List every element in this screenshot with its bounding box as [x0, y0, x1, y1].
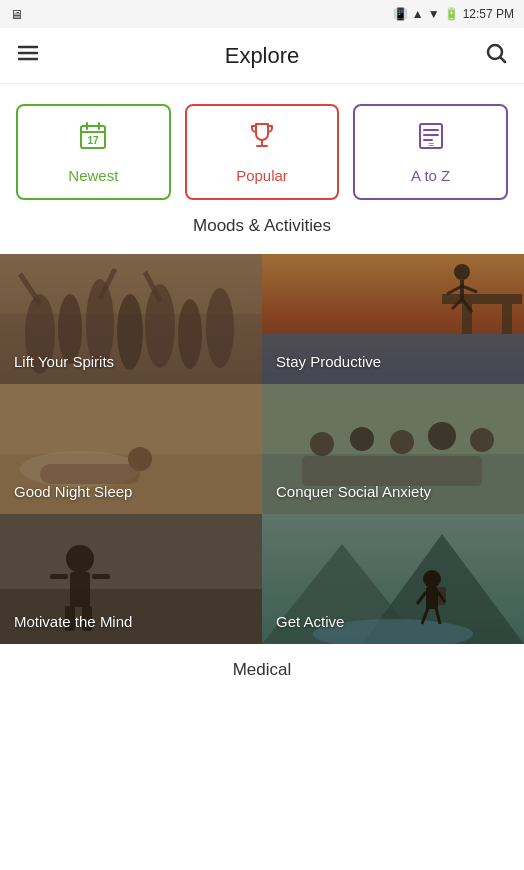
notification-icon: 🖥 [10, 7, 23, 22]
filter-atoz-button[interactable]: ☰ A to Z [353, 104, 508, 200]
lift-spirits-label: Lift Your Spirits [14, 353, 114, 370]
trophy-icon [246, 120, 278, 159]
grid-item-conquer-social[interactable]: Conquer Social Anxiety [262, 384, 524, 514]
search-button[interactable] [484, 41, 508, 71]
wifi-icon: ▼ [428, 7, 440, 21]
newest-label: Newest [68, 167, 118, 184]
moods-section-title: Moods & Activities [0, 216, 524, 236]
stay-productive-label: Stay Productive [276, 353, 381, 370]
medical-title: Medical [0, 660, 524, 680]
svg-text:☰: ☰ [428, 142, 434, 149]
atoz-label: A to Z [411, 167, 450, 184]
menu-button[interactable] [16, 41, 40, 71]
status-bar-left: 🖥 [10, 7, 23, 22]
app-header: Explore [0, 28, 524, 84]
conquer-social-label: Conquer Social Anxiety [276, 483, 431, 500]
grid-item-lift-spirits[interactable]: Lift Your Spirits [0, 254, 262, 384]
grid-item-stay-productive[interactable]: Stay Productive [262, 254, 524, 384]
filter-section: 17 Newest Popular ☰ A to Z [0, 84, 524, 216]
motivate-mind-label: Motivate the Mind [14, 613, 132, 630]
good-night-sleep-label: Good Night Sleep [14, 483, 132, 500]
popular-label: Popular [236, 167, 288, 184]
page-title: Explore [225, 43, 300, 69]
get-active-label: Get Active [276, 613, 344, 630]
moods-section: Moods & Activities [0, 216, 524, 254]
medical-section: Medical [0, 644, 524, 696]
status-bar: 🖥 📳 ▲ ▼ 🔋 12:57 PM [0, 0, 524, 28]
grid-item-motivate-mind[interactable]: Motivate the Mind [0, 514, 262, 644]
battery-icon: 🔋 [444, 7, 459, 21]
calendar-icon: 17 [77, 120, 109, 159]
svg-text:17: 17 [88, 135, 100, 146]
grid-item-good-night-sleep[interactable]: Good Night Sleep [0, 384, 262, 514]
signal-icon: ▲ [412, 7, 424, 21]
vibrate-icon: 📳 [393, 7, 408, 21]
svg-line-4 [501, 57, 505, 61]
list-icon: ☰ [415, 120, 447, 159]
grid-item-get-active[interactable]: Get Active [262, 514, 524, 644]
moods-grid: Lift Your Spirits [0, 254, 524, 644]
status-bar-right: 📳 ▲ ▼ 🔋 12:57 PM [393, 7, 514, 21]
time-display: 12:57 PM [463, 7, 514, 21]
filter-popular-button[interactable]: Popular [185, 104, 340, 200]
filter-newest-button[interactable]: 17 Newest [16, 104, 171, 200]
